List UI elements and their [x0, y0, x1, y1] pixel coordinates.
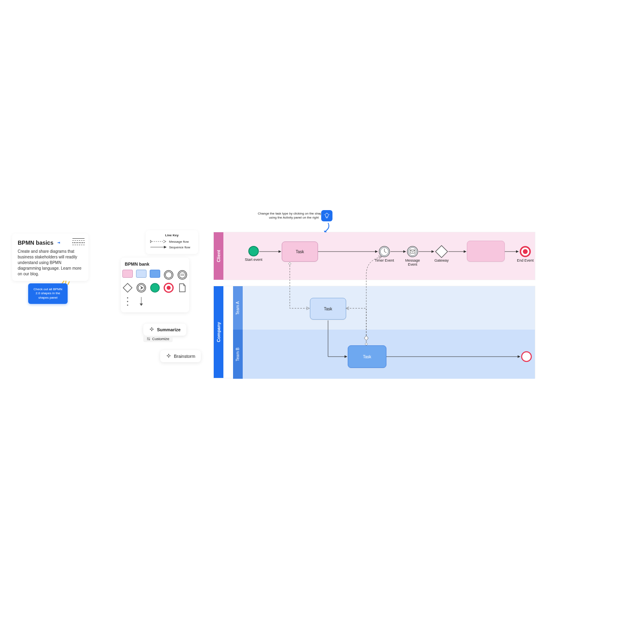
line-key-card: Line Key Message flow Sequence flow — [146, 230, 198, 254]
cta-shapes-panel-button[interactable]: Check out all BPMN 2.0 shapes in the sha… — [28, 283, 68, 304]
end-event-label: End Event — [515, 258, 535, 262]
bank-title: BPMN bank — [125, 262, 185, 266]
hint-bulb-icon — [321, 210, 332, 221]
lane-team-a: Team A — [233, 286, 535, 330]
info-body: Create and share diagrams that business … — [18, 249, 83, 277]
vertical-dots-icon[interactable] — [122, 295, 133, 308]
swatch-lightblue[interactable] — [136, 270, 147, 278]
start-event-icon[interactable] — [150, 283, 160, 293]
message-event-label: Message Event — [402, 258, 423, 266]
swatch-pink[interactable] — [122, 270, 133, 278]
swatch-blue[interactable] — [150, 270, 160, 278]
key-row-message-flow: Message flow — [150, 239, 194, 244]
svg-point-14 — [249, 246, 258, 256]
bpmn-basics-card: BPMN basics Create and share diagrams th… — [12, 233, 89, 281]
lane-b-header: Team B — [233, 330, 243, 379]
message-event-node[interactable] — [407, 246, 419, 258]
signal-event-icon[interactable] — [136, 283, 147, 293]
sparkle-icon — [55, 239, 62, 246]
end-event-icon[interactable] — [163, 283, 174, 293]
svg-point-18 — [409, 248, 417, 256]
start-event-label: Start event — [244, 258, 264, 262]
task-client-2-node[interactable] — [467, 241, 505, 262]
summarize-button[interactable]: Summarize — [143, 324, 186, 336]
line-style-swatches — [72, 238, 85, 245]
lane-a-header: Team A — [233, 286, 243, 330]
pool-client-header: Client — [214, 232, 223, 280]
line-key-title: Line Key — [150, 233, 194, 237]
task-team-b-node[interactable]: Task — [348, 345, 386, 368]
svg-point-1 — [165, 272, 172, 278]
cta-label: Check out all BPMN 2.0 shapes in the sha… — [33, 287, 62, 299]
sparkle-icon — [149, 327, 155, 332]
timer-event-node[interactable] — [378, 246, 390, 258]
sliders-icon — [147, 337, 151, 341]
svg-point-10 — [127, 301, 128, 302]
arrow-down-icon[interactable] — [136, 295, 147, 308]
pool-company-header: Company — [214, 286, 223, 378]
sparkle-icon — [166, 353, 171, 359]
conversation-icon[interactable] — [177, 270, 188, 280]
gateway-label: Gateway — [431, 258, 452, 262]
info-title: BPMN basics — [18, 239, 54, 246]
svg-point-22 — [522, 352, 531, 361]
task-team-a-node[interactable]: Task — [310, 298, 346, 320]
svg-point-3 — [179, 272, 186, 278]
end-event-thin-node[interactable] — [521, 351, 532, 362]
timer-event-label: Timer Event — [374, 258, 394, 262]
svg-point-8 — [167, 286, 171, 290]
bpmn-bank-card: BPMN bank — [121, 258, 189, 312]
task-client-node[interactable]: Task — [282, 242, 318, 262]
start-event-node[interactable] — [248, 246, 259, 257]
customize-chip[interactable]: Customize — [143, 336, 173, 342]
intermediate-event-icon[interactable] — [163, 270, 174, 280]
brainstorm-button[interactable]: Brainstorm — [160, 350, 201, 362]
end-event-node[interactable] — [519, 246, 531, 258]
svg-point-11 — [127, 305, 128, 306]
svg-point-9 — [127, 297, 128, 299]
gateway-icon[interactable] — [122, 283, 133, 293]
svg-point-21 — [523, 249, 528, 254]
gateway-node[interactable] — [435, 245, 448, 258]
svg-point-12 — [147, 338, 148, 339]
key-row-sequence-flow: Sequence flow — [150, 245, 194, 249]
hint-text: Change the task type by clicking on the … — [258, 212, 330, 220]
data-object-icon[interactable] — [177, 283, 188, 293]
svg-point-13 — [149, 339, 150, 340]
svg-point-6 — [151, 283, 159, 292]
